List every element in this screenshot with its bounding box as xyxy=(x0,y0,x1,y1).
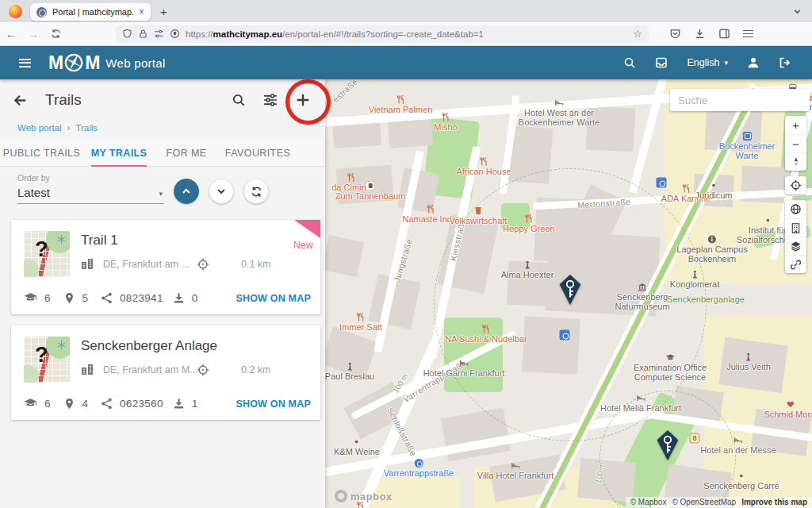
share-icon xyxy=(101,292,113,304)
logout-icon[interactable] xyxy=(779,56,791,69)
bike-badge-icon xyxy=(657,178,667,188)
food-icon xyxy=(456,157,511,166)
layers-button[interactable] xyxy=(785,237,806,255)
order-by-select[interactable]: Order by Latest ▾ xyxy=(17,173,164,204)
sidebar-icon[interactable] xyxy=(718,28,730,40)
breadcrumb-trails[interactable]: Trails xyxy=(75,123,98,133)
browser-menu-icon[interactable] xyxy=(743,30,753,37)
zoom-in-button[interactable]: + xyxy=(785,116,806,134)
dot-icon xyxy=(334,437,380,446)
map-label-place: Julius Veith xyxy=(726,352,771,371)
show-on-map-button[interactable]: SHOW ON MAP xyxy=(236,293,311,304)
improve-map-link[interactable]: Improve this map xyxy=(741,498,807,506)
map-label-transit: BockenheimerWarte xyxy=(719,132,775,160)
sort-ascending-button[interactable] xyxy=(174,179,199,204)
compass-logo-icon xyxy=(63,52,84,73)
breadcrumb-separator: › xyxy=(67,122,70,133)
shield-icon[interactable] xyxy=(122,29,132,39)
locate-me-button[interactable] xyxy=(785,176,806,194)
map-label-place: SenckenbergNaturmuseum xyxy=(615,283,669,311)
tab-close-icon[interactable]: × xyxy=(139,6,144,17)
tab-public-trails[interactable]: PUBLIC TRAILS xyxy=(0,140,83,166)
trail-code: 0623560 xyxy=(120,398,163,410)
back-button[interactable]: ← xyxy=(0,28,22,40)
trail-card[interactable]: New ? Trail 1 DE, Frankfurt am ... 0.1 k… xyxy=(11,220,320,314)
tab-title: Portal | mathcitymap.eu xyxy=(52,7,134,17)
app-menu-icon[interactable] xyxy=(19,59,31,67)
food-icon xyxy=(334,502,388,508)
header-search-icon[interactable] xyxy=(623,56,636,69)
attribution-osm[interactable]: © OpenStreetMap xyxy=(672,498,736,506)
breadcrumb-web-portal[interactable]: Web portal xyxy=(17,123,61,133)
dot-icon xyxy=(703,471,779,480)
map-search-input[interactable] xyxy=(670,89,810,111)
map-label-poi: Volkswirtschaft xyxy=(450,206,508,225)
site-favicon xyxy=(36,7,47,17)
distance-target-icon xyxy=(197,258,209,271)
trail-marker[interactable] xyxy=(657,430,679,460)
trail-title: Trail 1 xyxy=(81,233,311,248)
firefox-icon[interactable] xyxy=(9,5,22,18)
trail-card[interactable]: ? Senckenberger Anlage DE, Frankfurt am … xyxy=(11,325,320,420)
tab-my-trails[interactable]: MY TRAILS xyxy=(83,140,155,166)
pin-icon xyxy=(63,398,75,410)
map-label-hotel: Hotel an der Messe xyxy=(700,436,776,455)
share-icon xyxy=(101,398,113,410)
statue-icon xyxy=(325,362,374,371)
brand-title: Web portal xyxy=(105,56,165,70)
search-icon[interactable] xyxy=(232,93,246,107)
pin-icon xyxy=(63,292,75,304)
trail-code: 0823941 xyxy=(120,292,163,304)
food-icon xyxy=(445,325,527,333)
bed-icon xyxy=(423,359,505,368)
filter-tune-icon[interactable] xyxy=(263,93,278,107)
bookmark-star-icon[interactable]: ☆ xyxy=(633,28,642,40)
map-canvas[interactable]: estraßeMertonstraßeJungstraßeKiesstraßeS… xyxy=(325,79,812,508)
new-tab-button[interactable]: + xyxy=(160,5,167,18)
globe-button[interactable] xyxy=(785,200,806,218)
language-selector[interactable]: English ▾ xyxy=(687,57,728,68)
url-bar[interactable]: https://mathcitymap.eu/en/portal-en/#!/t… xyxy=(116,25,649,43)
bed-icon xyxy=(519,98,599,107)
locate-control xyxy=(785,176,806,194)
account-icon[interactable] xyxy=(747,56,760,69)
tab-for-me[interactable]: FOR ME xyxy=(155,140,218,166)
tab-favourites[interactable]: FAVOURITES xyxy=(218,140,297,166)
tab-list-chevron-icon[interactable] xyxy=(792,6,802,17)
map-label-place: Senckenberg Carré xyxy=(703,471,779,491)
url-text[interactable]: https://mathcitymap.eu/en/portal-en/#!/t… xyxy=(186,29,628,39)
mcm-logo[interactable]: M M Web portal xyxy=(48,52,166,74)
forward-button[interactable]: → xyxy=(22,28,44,40)
lock-icon[interactable] xyxy=(138,29,148,39)
pocket-icon[interactable] xyxy=(669,28,681,40)
trail-title: Senckenberger Anlage xyxy=(81,338,311,354)
add-trail-button[interactable] xyxy=(295,92,311,108)
geolocation-icon[interactable] xyxy=(170,29,180,39)
trail-thumbnail: ? xyxy=(24,231,70,277)
tasks-icon xyxy=(24,397,37,410)
food-icon xyxy=(339,313,382,321)
map-label-poi: NA Sushi & Nudelbar xyxy=(445,325,527,344)
show-on-map-button[interactable]: SHOW ON MAP xyxy=(236,398,311,410)
downloads-icon[interactable] xyxy=(694,28,706,40)
statue-icon xyxy=(726,352,771,361)
compass-control-icon[interactable] xyxy=(785,152,806,171)
sort-descending-button[interactable] xyxy=(209,179,234,204)
tasks-count: 6 xyxy=(44,292,51,304)
zoom-out-button[interactable]: − xyxy=(785,134,806,152)
refresh-button[interactable] xyxy=(243,179,269,204)
cup-icon xyxy=(450,206,508,215)
inbox-icon[interactable] xyxy=(655,56,668,69)
buildings-button[interactable] xyxy=(785,218,806,237)
back-arrow-button[interactable] xyxy=(13,93,28,108)
food-icon xyxy=(503,214,554,223)
browser-tab[interactable]: Portal | mathcitymap.eu × xyxy=(30,3,151,21)
reload-button[interactable] xyxy=(44,29,67,39)
zoom-control-group: + − xyxy=(785,116,806,171)
map-label-hotel: Hotel West an derBockenheimer Warte xyxy=(519,98,599,127)
attribution-mapbox[interactable]: © Mapbox xyxy=(630,498,667,506)
trail-marker[interactable] xyxy=(560,275,581,305)
mapbox-logo[interactable]: mapbox xyxy=(335,490,393,502)
link-button[interactable] xyxy=(785,255,806,273)
permissions-icon[interactable] xyxy=(154,29,164,39)
